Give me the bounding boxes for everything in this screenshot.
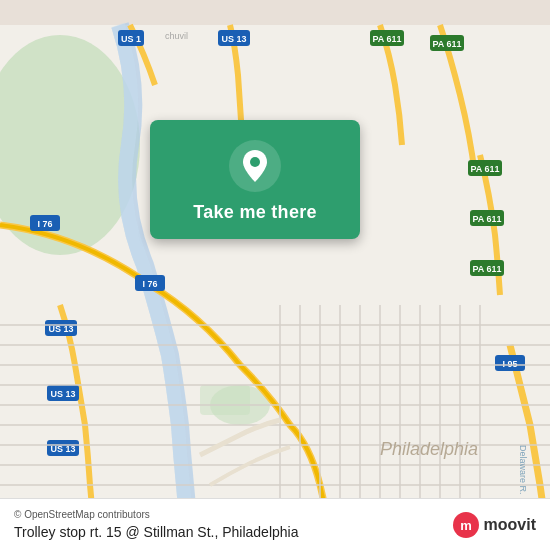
moovit-icon: m: [452, 511, 480, 539]
svg-point-54: [250, 157, 260, 167]
map-background: I 76 I 76 US 13 US 13 US 13 US 1 US 13 P…: [0, 0, 550, 550]
bottom-bar-info: © OpenStreetMap contributors Trolley sto…: [14, 509, 298, 540]
bottom-bar: © OpenStreetMap contributors Trolley sto…: [0, 498, 550, 550]
svg-text:chuvil: chuvil: [165, 31, 188, 41]
svg-text:US 13: US 13: [50, 389, 75, 399]
svg-rect-3: [200, 385, 250, 415]
osm-attribution: © OpenStreetMap contributors: [14, 509, 298, 520]
take-me-there-button[interactable]: Take me there: [193, 202, 317, 223]
moovit-brand-text: moovit: [484, 516, 536, 534]
moovit-logo: m moovit: [452, 511, 536, 539]
svg-text:US 1: US 1: [121, 34, 141, 44]
svg-text:PA 611: PA 611: [372, 34, 401, 44]
svg-text:PA 611: PA 611: [472, 264, 501, 274]
stop-label: Trolley stop rt. 15 @ Stillman St., Phil…: [14, 524, 298, 540]
svg-text:Delaware R.: Delaware R.: [518, 445, 528, 495]
svg-text:Philadelphia: Philadelphia: [380, 439, 478, 459]
location-pin-icon: [229, 140, 281, 192]
svg-text:PA 611: PA 611: [472, 214, 501, 224]
map-container: I 76 I 76 US 13 US 13 US 13 US 1 US 13 P…: [0, 0, 550, 550]
svg-text:PA 611: PA 611: [432, 39, 461, 49]
svg-text:PA 611: PA 611: [470, 164, 499, 174]
svg-text:m: m: [460, 518, 472, 533]
svg-text:US 13: US 13: [221, 34, 246, 44]
take-me-card: Take me there: [150, 120, 360, 239]
svg-text:I 95: I 95: [502, 359, 517, 369]
svg-text:I 76: I 76: [37, 219, 52, 229]
svg-text:I 76: I 76: [142, 279, 157, 289]
